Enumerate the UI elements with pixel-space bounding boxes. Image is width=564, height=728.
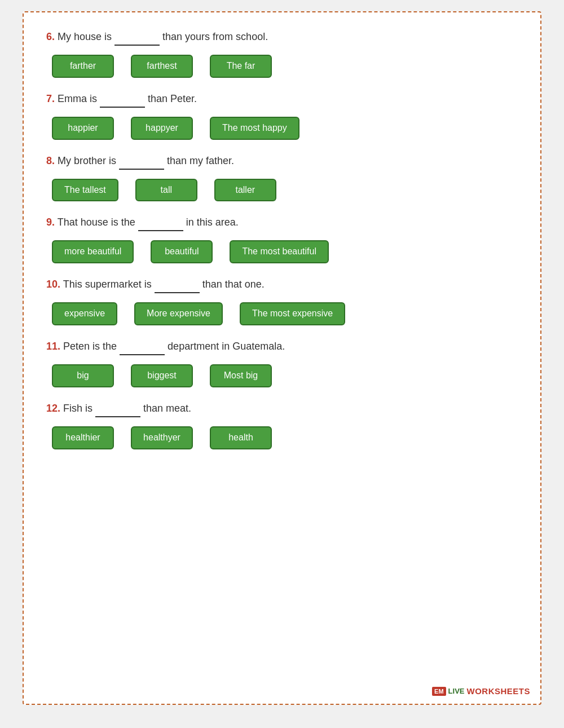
question-number-10: 10. xyxy=(46,279,60,290)
question-text-10: 10. This supermarket is than that one. xyxy=(46,277,518,294)
footer-logo: EM LIVE WORKSHEETS xyxy=(432,686,530,696)
option-btn-q11-2[interactable]: Most big xyxy=(210,364,272,387)
blank-7 xyxy=(100,91,145,108)
option-btn-q9-1[interactable]: beautiful xyxy=(151,240,213,263)
option-btn-q10-0[interactable]: expensive xyxy=(52,302,117,325)
blank-12 xyxy=(95,401,140,417)
question-block-12: 12. Fish is than meat.healthierhealthyer… xyxy=(46,401,518,449)
options-row-12: healthierhealthyerhealth xyxy=(52,426,518,449)
option-btn-q6-2[interactable]: The far xyxy=(210,55,272,78)
option-btn-q12-0[interactable]: healthier xyxy=(52,426,114,449)
option-btn-q11-1[interactable]: biggest xyxy=(131,364,193,387)
question-block-8: 8. My brother is than my father.The tall… xyxy=(46,153,518,202)
question-number-6: 6. xyxy=(46,31,55,42)
options-row-8: The tallesttalltaller xyxy=(52,179,518,202)
option-btn-q9-0[interactable]: more beautiful xyxy=(52,240,134,263)
option-btn-q7-1[interactable]: happyer xyxy=(131,117,193,140)
question-text-9: 9. That house is the in this area. xyxy=(46,215,518,232)
question-text-6: 6. My house is than yours from school. xyxy=(46,29,518,47)
question-block-7: 7. Emma is than Peter.happierhappyerThe … xyxy=(46,91,518,140)
option-btn-q9-2[interactable]: The most beautiful xyxy=(230,240,329,263)
question-number-8: 8. xyxy=(46,155,55,166)
option-btn-q6-0[interactable]: farther xyxy=(52,55,114,78)
question-text-7: 7. Emma is than Peter. xyxy=(46,91,518,109)
option-btn-q12-2[interactable]: health xyxy=(210,426,272,449)
blank-8 xyxy=(119,153,164,170)
question-block-10: 10. This supermarket is than that one.ex… xyxy=(46,277,518,325)
options-row-9: more beautifulbeautifulThe most beautifu… xyxy=(52,240,518,263)
logo-em: EM xyxy=(432,687,446,696)
question-block-11: 11. Peten is the department in Guatemala… xyxy=(46,339,518,387)
blank-11 xyxy=(120,339,165,355)
worksheet: 6. My house is than yours from school.fa… xyxy=(23,11,541,705)
question-block-9: 9. That house is the in this area.more b… xyxy=(46,215,518,263)
option-btn-q12-1[interactable]: healthyer xyxy=(131,426,193,449)
logo-live: LIVE xyxy=(448,687,465,695)
option-btn-q8-2[interactable]: taller xyxy=(214,179,276,202)
option-btn-q10-2[interactable]: The most expensive xyxy=(240,302,345,325)
blank-6 xyxy=(114,29,160,46)
option-btn-q7-0[interactable]: happier xyxy=(52,117,114,140)
blank-9 xyxy=(138,215,183,231)
option-btn-q8-0[interactable]: The tallest xyxy=(52,179,118,202)
question-text-12: 12. Fish is than meat. xyxy=(46,401,518,418)
option-btn-q7-2[interactable]: The most happy xyxy=(210,117,299,140)
option-btn-q8-1[interactable]: tall xyxy=(135,179,197,202)
question-number-12: 12. xyxy=(46,403,60,414)
options-row-10: expensiveMore expensiveThe most expensiv… xyxy=(52,302,518,325)
options-row-6: fartherfarthestThe far xyxy=(52,55,518,78)
footer: EM LIVE WORKSHEETS xyxy=(432,686,530,696)
option-btn-q11-0[interactable]: big xyxy=(52,364,114,387)
question-text-8: 8. My brother is than my father. xyxy=(46,153,518,171)
options-row-11: bigbiggestMost big xyxy=(52,364,518,387)
question-number-9: 9. xyxy=(46,217,55,228)
option-btn-q10-1[interactable]: More expensive xyxy=(134,302,223,325)
option-btn-q6-1[interactable]: farthest xyxy=(131,55,193,78)
question-block-6: 6. My house is than yours from school.fa… xyxy=(46,29,518,78)
question-number-11: 11. xyxy=(46,341,60,352)
options-row-7: happierhappyerThe most happy xyxy=(52,117,518,140)
question-number-7: 7. xyxy=(46,93,55,104)
question-text-11: 11. Peten is the department in Guatemala… xyxy=(46,339,518,356)
logo-worksheets: WORKSHEETS xyxy=(466,686,530,696)
blank-10 xyxy=(155,277,200,293)
